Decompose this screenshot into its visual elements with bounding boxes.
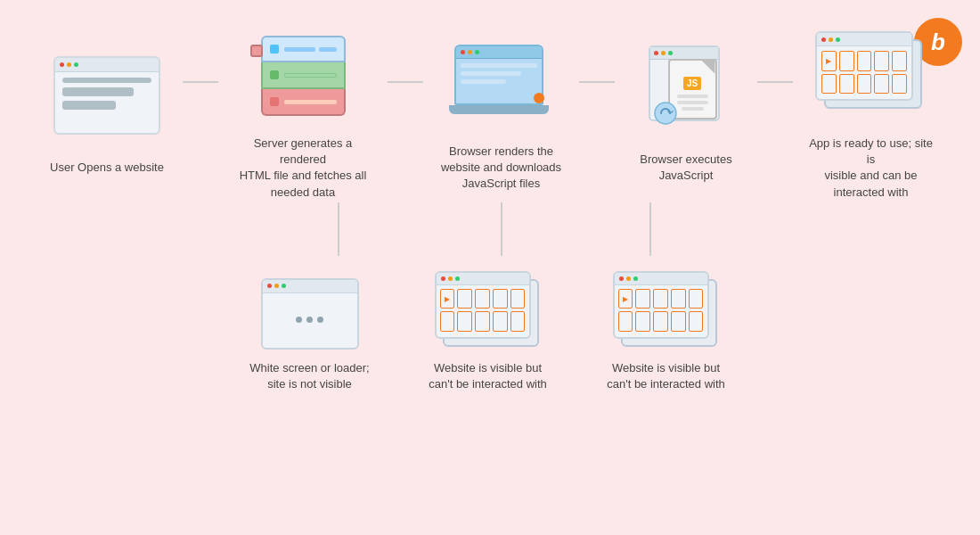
- logo-letter: b: [931, 29, 945, 56]
- icon-browser-dots: [261, 260, 359, 350]
- connector-1: [183, 81, 218, 83]
- icon-grid-browser-bottom-2: ▶: [613, 260, 720, 350]
- icon-grid-browser: ▶: [815, 18, 927, 125]
- vc-slot-4: [722, 202, 878, 256]
- bottom-spacer-4: [755, 260, 911, 392]
- vertical-connector-js: [649, 202, 651, 256]
- step-browser-executes: JS Br: [615, 34, 757, 184]
- icon-js-file: JS: [649, 34, 724, 141]
- icon-server: [261, 18, 346, 125]
- vertical-connectors-row: [18, 202, 962, 256]
- bottom-step-white-screen-label: White screen or loader;site is not visib…: [249, 360, 369, 392]
- step-browser-executes-label: Browser executesJavaScript: [640, 152, 731, 184]
- bottom-step-visible-2: ▶ Website is visibl: [577, 260, 755, 392]
- diagram-container: User Opens a website: [0, 0, 980, 535]
- connector-3: [579, 81, 615, 83]
- vc-slot-1: [254, 202, 423, 256]
- bottom-step-visible-1-label: Website is visible butcan't be interacte…: [429, 360, 547, 392]
- icon-grid-browser-bottom-1: ▶: [435, 260, 542, 350]
- top-row: User Opens a website: [18, 18, 962, 201]
- connector-2: [388, 81, 423, 83]
- step-server-generates: Server generates a renderedHTML file and…: [218, 18, 388, 201]
- bottom-step-visible-2-label: Website is visible butcan't be interacte…: [607, 360, 725, 392]
- vc-slot-0: [102, 202, 254, 256]
- bottom-step-visible-1: ▶ Website is visibl: [399, 260, 577, 392]
- connector-4: [757, 81, 793, 83]
- vertical-connector-server: [338, 202, 339, 256]
- step-server-label: Server generates a renderedHTML file and…: [236, 136, 370, 201]
- step-browser-renders-label: Browser renders thewebsite and downloads…: [441, 144, 561, 193]
- vertical-connector-browser: [501, 202, 502, 256]
- step-app-ready: ▶ App is ready to u: [793, 18, 949, 201]
- step-user-opens-label: User Opens a website: [50, 160, 164, 176]
- vc-slot-2: [423, 202, 579, 256]
- step-user-opens: User Opens a website: [31, 42, 183, 176]
- bottom-row: White screen or loader;site is not visib…: [18, 260, 962, 392]
- step-app-ready-label: App is ready to use; site isvisible and …: [804, 136, 938, 201]
- svg-point-0: [655, 103, 676, 124]
- bottom-step-white-screen: White screen or loader;site is not visib…: [221, 260, 399, 392]
- step-browser-renders: Browser renders thewebsite and downloads…: [423, 26, 579, 193]
- icon-laptop: [454, 26, 549, 133]
- icon-browser-simple: [53, 42, 160, 149]
- bottom-spacer-0: [69, 260, 221, 392]
- vc-slot-3: [579, 202, 722, 256]
